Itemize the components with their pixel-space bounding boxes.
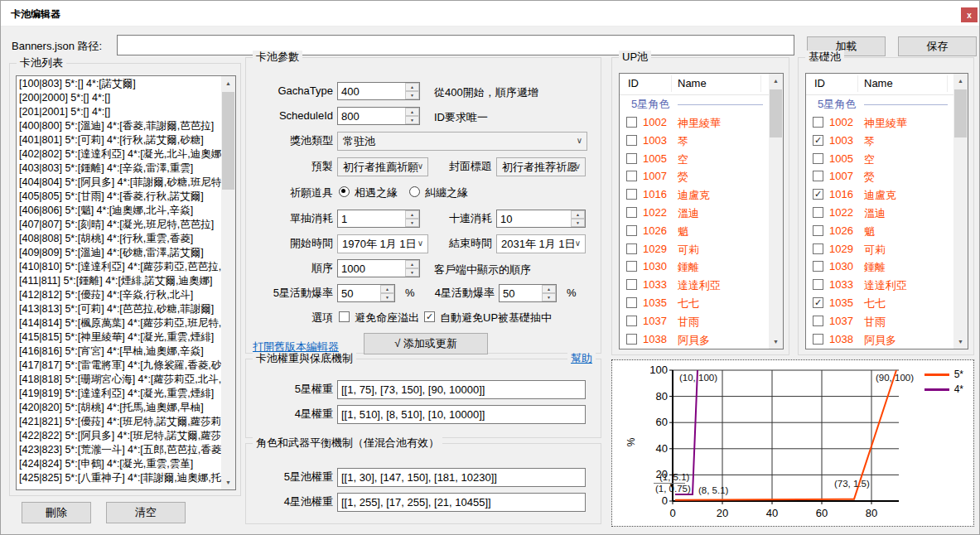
rate5-input[interactable]: ▲▼ xyxy=(337,284,395,302)
spin-up-icon[interactable]: ▲ xyxy=(405,210,419,219)
character-checkbox[interactable] xyxy=(626,117,637,128)
character-row[interactable]: 1002神里綾華 xyxy=(620,113,783,132)
character-checkbox[interactable] xyxy=(813,189,823,200)
character-row[interactable]: 1029可莉 xyxy=(806,240,968,258)
scroll-thumb[interactable] xyxy=(954,89,967,137)
character-row[interactable]: 1005空 xyxy=(806,150,968,168)
character-checkbox[interactable] xyxy=(813,261,823,272)
weight5-input[interactable] xyxy=(337,380,586,399)
character-row[interactable]: 1016迪盧克 xyxy=(806,186,968,204)
spin-up-icon[interactable]: ▲ xyxy=(542,285,556,293)
pool-weight5-input[interactable] xyxy=(337,468,586,487)
pool-list-item[interactable]: [422|822] 5*:[阿貝多] 4*:[班尼特,諾艾爾,蘿莎 xyxy=(17,429,221,443)
character-checkbox[interactable] xyxy=(813,135,823,146)
pool-list-item[interactable]: [400|800] 5*:[溫迪] 4*:[香菱,菲謝爾,芭芭拉] xyxy=(17,119,221,133)
spin-down-icon[interactable]: ▼ xyxy=(380,293,394,301)
path-input[interactable] xyxy=(117,35,794,55)
character-checkbox[interactable] xyxy=(626,207,637,218)
pool-list-item[interactable]: [425|825] 5*:[八重神子] 4*:[菲謝爾,迪奧娜,托 xyxy=(17,471,221,485)
character-checkbox[interactable] xyxy=(626,189,637,200)
order-input[interactable]: ▲▼ xyxy=(337,259,420,277)
character-row[interactable]: 1003琴 xyxy=(806,132,968,150)
ten-cost-input[interactable]: ▲▼ xyxy=(496,210,586,228)
delete-button[interactable]: 刪除 xyxy=(22,502,91,523)
wish-item-radio-2[interactable] xyxy=(409,186,420,197)
pool-type-combobox[interactable]: 常驻池 ∨ xyxy=(337,132,587,151)
pool-list-item[interactable]: [419|819] 5*:[達達利亞] 4*:[凝光,重雲,煙緋] xyxy=(17,387,221,401)
base-pool-listview[interactable]: ID Name 5星角色 1002神里綾華1003琴1005空1007熒1016… xyxy=(805,73,968,349)
pool-list-item[interactable]: [405|805] 5*:[甘雨] 4*:[香菱,行秋,諾艾爾] xyxy=(17,190,221,204)
character-checkbox[interactable] xyxy=(813,117,823,128)
column-name[interactable]: Name xyxy=(864,77,893,89)
scroll-down-icon[interactable]: ▼ xyxy=(953,335,968,349)
pool-list-item[interactable]: [403|803] 5*:[鍾離] 4*:[辛焱,雷澤,重雲] xyxy=(17,161,221,176)
pool-list-item[interactable]: [420|820] 5*:[胡桃] 4*:[托馬,迪奧娜,早柚] xyxy=(17,401,221,415)
character-checkbox[interactable] xyxy=(813,153,823,164)
character-row[interactable]: 1026魈 xyxy=(806,222,968,240)
gacha-type-input[interactable]: ▲▼ xyxy=(337,82,420,100)
up-pool-scrollbar[interactable]: ▲ ▼ xyxy=(769,74,783,349)
character-checkbox[interactable] xyxy=(813,316,823,326)
clear-button[interactable]: 清空 xyxy=(106,502,186,523)
character-row[interactable]: 1026魈 xyxy=(620,222,783,240)
pool-list-item[interactable]: [424|824] 5*:[申鶴] 4*:[凝光,重雲,雲堇] xyxy=(17,457,221,471)
character-checkbox[interactable] xyxy=(813,171,823,181)
character-row[interactable]: 1033達達利亞 xyxy=(620,276,783,294)
pool-list-item[interactable]: [421|821] 5*:[優菈] 4*:[班尼特,諾艾爾,蘿莎莉 xyxy=(17,415,221,429)
character-checkbox[interactable] xyxy=(626,261,637,272)
wish-item-radio-1[interactable] xyxy=(339,186,350,197)
pool-list-scrollbar[interactable]: ▲ ▼ xyxy=(221,76,235,489)
close-button[interactable]: x xyxy=(961,7,978,22)
pool-list-item[interactable]: [100|803] 5*:[] 4*:[諾艾爾] xyxy=(17,77,221,91)
character-row[interactable]: 1030鍾離 xyxy=(806,258,968,276)
character-checkbox[interactable] xyxy=(626,153,637,164)
pool-list-item[interactable]: [409|809] 5*:[溫迪] 4*:[砂糖,雷澤,諾艾爾] xyxy=(17,246,221,260)
character-row[interactable]: 1005空 xyxy=(620,150,783,168)
character-row[interactable]: 1007熒 xyxy=(620,167,783,186)
character-checkbox[interactable] xyxy=(813,225,823,236)
pool-list-item[interactable]: [418|818] 5*:[珊瑚宮心海] 4*:[蘿莎莉亞,北斗,行 xyxy=(17,373,221,387)
pool-list-item[interactable]: [412|812] 5*:[優菈] 4*:[辛焱,行秋,北斗] xyxy=(17,288,221,302)
pool-list-item[interactable]: [200|2000] 5*:[] 4*:[] xyxy=(17,91,221,105)
spin-down-icon[interactable]: ▼ xyxy=(405,268,419,277)
pool-listbox[interactable]: [100|803] 5*:[] 4*:[諾艾爾][200|2000] 5*:[]… xyxy=(16,75,236,490)
pool-list-item[interactable]: [410|810] 5*:[達達利亞] 4*:[蘿莎莉亞,芭芭拉,菲 xyxy=(17,260,221,274)
spin-down-icon[interactable]: ▼ xyxy=(542,293,556,301)
character-row[interactable]: 1035七七 xyxy=(806,294,968,312)
character-checkbox[interactable] xyxy=(626,243,637,254)
scroll-up-icon[interactable]: ▲ xyxy=(953,74,968,88)
column-id[interactable]: ID xyxy=(814,77,825,89)
character-checkbox[interactable] xyxy=(813,207,823,218)
spin-up-icon[interactable]: ▲ xyxy=(571,210,585,219)
character-row[interactable]: 1038阿貝多 xyxy=(806,330,968,349)
pool-list-item[interactable]: [402|802] 5*:[達達利亞] 4*:[凝光,北斗,迪奧娜] xyxy=(17,147,221,161)
character-checkbox[interactable] xyxy=(626,135,637,146)
spin-down-icon[interactable]: ▼ xyxy=(405,219,419,227)
pool-list-item[interactable]: [411|811] 5*:[鍾離] 4*:[煙緋,諾艾爾,迪奧娜] xyxy=(17,274,221,288)
character-row[interactable]: 1007熒 xyxy=(806,167,968,186)
character-row[interactable]: 1038阿貝多 xyxy=(620,330,783,349)
scroll-thumb[interactable] xyxy=(770,89,782,137)
column-name[interactable]: Name xyxy=(678,77,707,89)
add-update-button[interactable]: √ 添加或更新 xyxy=(364,333,488,354)
pool-list-item[interactable]: [407|807] 5*:[刻晴] 4*:[凝光,班尼特,芭芭拉] xyxy=(17,218,221,232)
character-checkbox[interactable] xyxy=(626,316,637,326)
character-row[interactable]: 1033達達利亞 xyxy=(806,276,968,294)
spin-down-icon[interactable]: ▼ xyxy=(571,219,585,227)
pool-list-item[interactable]: [401|801] 5*:[可莉] 4*:[行秋,諾艾爾,砂糖] xyxy=(17,133,221,147)
character-row[interactable]: 1029可莉 xyxy=(620,240,783,258)
character-checkbox[interactable] xyxy=(626,334,637,345)
pool-weight4-input[interactable] xyxy=(337,493,586,512)
pool-list-item[interactable]: [414|814] 5*:[楓原萬葉] 4*:[蘿莎莉亞,班尼特,雷 xyxy=(17,316,221,330)
character-checkbox[interactable] xyxy=(626,279,637,290)
character-row[interactable]: 1022溫迪 xyxy=(620,204,783,222)
character-row[interactable]: 1002神里綾華 xyxy=(806,113,968,132)
character-checkbox[interactable] xyxy=(626,297,637,308)
option-auto-avoid-checkbox[interactable] xyxy=(424,311,435,322)
pool-list-item[interactable]: [413|813] 5*:[可莉] 4*:[芭芭拉,砂糖,菲謝爾] xyxy=(17,302,221,316)
character-row[interactable]: 1003琴 xyxy=(620,132,783,150)
character-checkbox[interactable] xyxy=(813,243,823,254)
spin-up-icon[interactable]: ▲ xyxy=(380,285,394,293)
spin-down-icon[interactable]: ▼ xyxy=(405,116,419,124)
start-time-picker[interactable]: 1970年 1月 1日 ∨ xyxy=(337,234,428,253)
